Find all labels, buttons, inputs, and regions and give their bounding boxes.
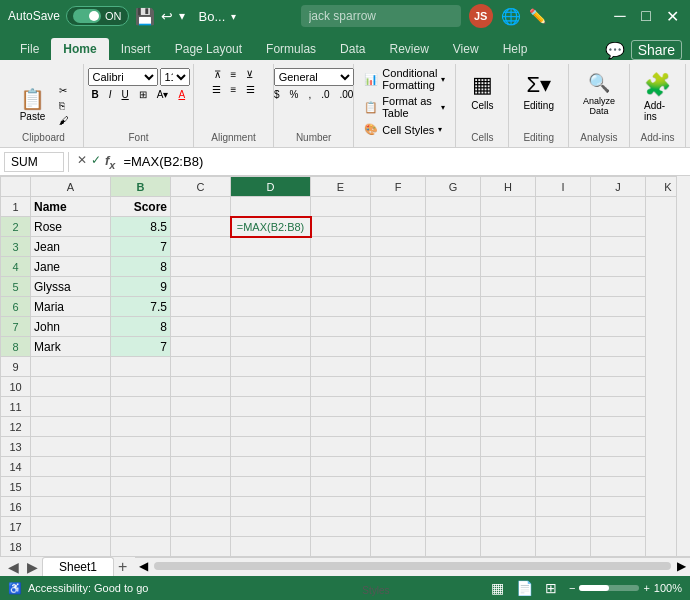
cell-g1[interactable] xyxy=(426,197,481,217)
cell-i9[interactable] xyxy=(536,357,591,377)
cell-c13[interactable] xyxy=(171,437,231,457)
cell-e12[interactable] xyxy=(311,417,371,437)
cell-e14[interactable] xyxy=(311,457,371,477)
cell-g4[interactable] xyxy=(426,257,481,277)
align-right-button[interactable]: ☰ xyxy=(242,83,259,96)
underline-button[interactable]: U xyxy=(118,88,133,101)
cell-j9[interactable] xyxy=(591,357,646,377)
cell-f7[interactable] xyxy=(371,317,426,337)
cell-c5[interactable] xyxy=(171,277,231,297)
col-header-j[interactable]: J xyxy=(591,177,646,197)
cell-c2[interactable] xyxy=(171,217,231,237)
cell-a13[interactable] xyxy=(31,437,111,457)
cell-b1[interactable]: Score xyxy=(111,197,171,217)
cell-i18[interactable] xyxy=(536,537,591,557)
cell-d8[interactable] xyxy=(231,337,311,357)
paste-button[interactable]: 📋 Paste xyxy=(14,80,52,132)
cell-j3[interactable] xyxy=(591,237,646,257)
cell-a2[interactable]: Rose xyxy=(31,217,111,237)
cell-a14[interactable] xyxy=(31,457,111,477)
cell-d2[interactable]: =MAX(B2:B8) xyxy=(231,217,311,237)
cell-f17[interactable] xyxy=(371,517,426,537)
cell-i10[interactable] xyxy=(536,377,591,397)
col-header-e[interactable]: E xyxy=(311,177,371,197)
cell-i8[interactable] xyxy=(536,337,591,357)
autosave-badge[interactable]: ON xyxy=(66,6,129,26)
undo-icon[interactable]: ↩ xyxy=(161,8,173,24)
col-header-f[interactable]: F xyxy=(371,177,426,197)
sheet-tab-prev[interactable]: ◀ xyxy=(4,559,23,575)
cell-c17[interactable] xyxy=(171,517,231,537)
cell-b11[interactable] xyxy=(111,397,171,417)
cell-d1[interactable] xyxy=(231,197,311,217)
cell-g12[interactable] xyxy=(426,417,481,437)
cell-b5[interactable]: 9 xyxy=(111,277,171,297)
cell-b7[interactable]: 8 xyxy=(111,317,171,337)
cell-c4[interactable] xyxy=(171,257,231,277)
cell-d14[interactable] xyxy=(231,457,311,477)
cell-b15[interactable] xyxy=(111,477,171,497)
user-avatar[interactable]: JS xyxy=(469,4,493,28)
italic-button[interactable]: I xyxy=(105,88,116,101)
cell-i17[interactable] xyxy=(536,517,591,537)
formula-input[interactable] xyxy=(123,154,686,169)
font-family-select[interactable]: Calibri xyxy=(88,68,158,86)
cell-c1[interactable] xyxy=(171,197,231,217)
format-as-table-button[interactable]: 📋 Format as Table ▾ xyxy=(362,94,447,120)
cell-i12[interactable] xyxy=(536,417,591,437)
cell-styles-button[interactable]: 🎨 Cell Styles ▾ xyxy=(362,122,447,137)
cell-h16[interactable] xyxy=(481,497,536,517)
cell-g3[interactable] xyxy=(426,237,481,257)
cell-a1[interactable]: Name xyxy=(31,197,111,217)
cell-reference-box[interactable]: SUM xyxy=(4,152,64,172)
align-middle-button[interactable]: ≡ xyxy=(227,68,241,81)
cell-i2[interactable] xyxy=(536,217,591,237)
accounting-button[interactable]: $ xyxy=(270,88,284,101)
cell-a18[interactable] xyxy=(31,537,111,557)
cell-a4[interactable]: Jane xyxy=(31,257,111,277)
cell-i14[interactable] xyxy=(536,457,591,477)
cell-i1[interactable] xyxy=(536,197,591,217)
cell-j13[interactable] xyxy=(591,437,646,457)
scroll-right-button[interactable]: ▶ xyxy=(673,559,690,573)
tab-help[interactable]: Help xyxy=(491,38,540,60)
tab-data[interactable]: Data xyxy=(328,38,377,60)
cell-i4[interactable] xyxy=(536,257,591,277)
cell-f14[interactable] xyxy=(371,457,426,477)
more-commands-icon[interactable]: ▾ xyxy=(179,9,185,23)
view-layout-icon[interactable]: 📄 xyxy=(516,580,533,596)
cell-i6[interactable] xyxy=(536,297,591,317)
view-normal-icon[interactable]: ▦ xyxy=(491,580,504,596)
cell-h18[interactable] xyxy=(481,537,536,557)
cell-d7[interactable] xyxy=(231,317,311,337)
cell-e15[interactable] xyxy=(311,477,371,497)
add-ins-button[interactable]: 🧩 Add-ins xyxy=(638,68,677,126)
cell-f4[interactable] xyxy=(371,257,426,277)
cell-c6[interactable] xyxy=(171,297,231,317)
fill-color-button[interactable]: A▾ xyxy=(153,88,173,101)
cell-h9[interactable] xyxy=(481,357,536,377)
cell-e17[interactable] xyxy=(311,517,371,537)
cell-a17[interactable] xyxy=(31,517,111,537)
cell-e10[interactable] xyxy=(311,377,371,397)
cell-c12[interactable] xyxy=(171,417,231,437)
cell-h17[interactable] xyxy=(481,517,536,537)
cell-a12[interactable] xyxy=(31,417,111,437)
cell-h10[interactable] xyxy=(481,377,536,397)
number-format-select[interactable]: General xyxy=(274,68,354,86)
cell-i5[interactable] xyxy=(536,277,591,297)
cell-f10[interactable] xyxy=(371,377,426,397)
cells-button[interactable]: ▦ Cells xyxy=(464,68,500,115)
editing-button[interactable]: Σ▾ Editing xyxy=(517,68,560,115)
cell-c18[interactable] xyxy=(171,537,231,557)
cell-h15[interactable] xyxy=(481,477,536,497)
view-page-break-icon[interactable]: ⊞ xyxy=(545,580,557,596)
cell-j11[interactable] xyxy=(591,397,646,417)
align-center-button[interactable]: ≡ xyxy=(227,83,241,96)
scroll-thumb[interactable] xyxy=(154,562,671,570)
cell-e1[interactable] xyxy=(311,197,371,217)
cell-f16[interactable] xyxy=(371,497,426,517)
share-icon[interactable]: Share xyxy=(631,40,682,60)
cell-f8[interactable] xyxy=(371,337,426,357)
cell-f5[interactable] xyxy=(371,277,426,297)
